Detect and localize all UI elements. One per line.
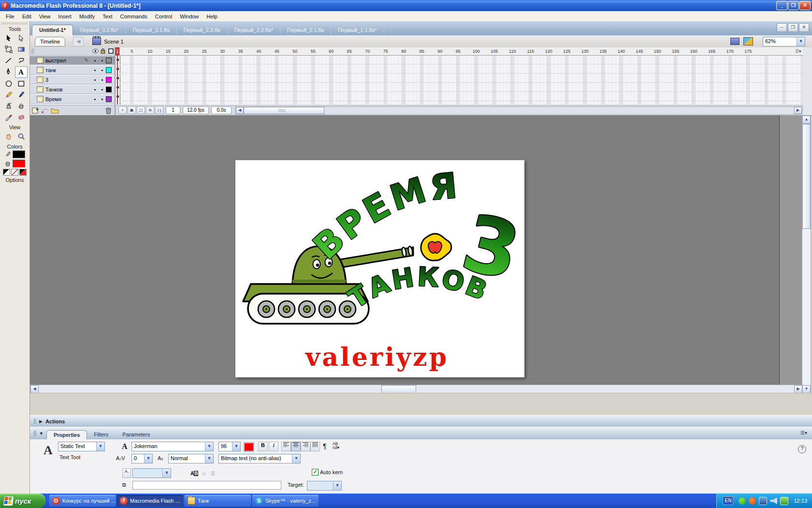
insert-layer-folder-button[interactable] [51, 107, 59, 114]
lock-all-layers-icon[interactable] [99, 48, 107, 55]
layer-outline-color-swatch[interactable] [106, 58, 112, 63]
document-tab[interactable]: Первый_3.2.fla* [73, 25, 126, 35]
timeline-toggle-button[interactable]: Timeline [35, 37, 65, 46]
text-fill-color-button[interactable] [244, 442, 254, 452]
panel-menu-icon[interactable]: ☰▾ [795, 48, 802, 54]
chevron-down-icon[interactable]: ▼ [96, 442, 104, 451]
layer-visibility-dot[interactable]: • [91, 77, 99, 82]
display-tray-icon[interactable] [759, 497, 767, 505]
stage-canvas[interactable]: ВРЕМЯ 3 ТАНКОВ valeriyzp [235, 160, 524, 377]
menu-item-view[interactable]: View [35, 13, 55, 20]
zoom-level-combo[interactable]: 62% ▼ [763, 37, 805, 46]
font-rendering-combo[interactable]: Bitmap text (no anti-alias) ▼ [218, 454, 301, 463]
timeline-frame-row[interactable] [116, 102, 803, 105]
menu-item-commands[interactable]: Commands [116, 13, 151, 20]
url-link-input[interactable] [132, 481, 281, 490]
stage-pasteboard[interactable]: ВРЕМЯ 3 ТАНКОВ valeriyzp [30, 115, 779, 385]
tab-filters[interactable]: Filters [87, 430, 116, 439]
layer-lock-dot[interactable]: • [99, 77, 106, 82]
eyedropper-tool[interactable] [3, 112, 14, 122]
paint-bucket-tool[interactable] [15, 101, 27, 111]
line-tool[interactable] [3, 55, 14, 66]
layer-lock-dot[interactable]: • [99, 68, 106, 73]
layer-row[interactable]: Время•• [30, 94, 115, 104]
timeline-grip[interactable] [31, 49, 34, 54]
chevron-down-icon[interactable]: ▼ [162, 469, 171, 478]
edit-symbols-icon[interactable] [743, 37, 753, 45]
doc-restore-button[interactable]: ❐ [788, 23, 798, 32]
subselection-tool[interactable] [15, 33, 27, 44]
show-all-layers-outlines-icon[interactable] [107, 48, 115, 55]
playhead[interactable]: 1 [116, 47, 119, 55]
justify-button[interactable] [310, 442, 320, 451]
stroke-color-swatch[interactable] [13, 150, 25, 158]
document-tab[interactable]: Untitled-1* [32, 25, 73, 35]
no-color-button[interactable] [11, 169, 18, 176]
actions-panel-bar[interactable]: ▶ Actions [30, 415, 812, 428]
taskbar-task[interactable]: Танк [185, 495, 251, 507]
back-arrow-button[interactable]: ◀ [73, 37, 84, 46]
chevron-down-icon[interactable]: ▼ [205, 454, 213, 463]
layer-row[interactable]: выстрел✎•• [30, 56, 115, 65]
layer-outline-color-swatch[interactable] [106, 87, 112, 92]
insert-layer-button[interactable] [31, 107, 40, 114]
eraser-tool[interactable] [15, 112, 27, 122]
update-tray-icon[interactable] [780, 497, 788, 505]
layer-outline-color-swatch[interactable] [106, 67, 112, 73]
layer-outline-color-swatch[interactable] [106, 96, 112, 102]
layer-lock-dot[interactable]: • [99, 87, 106, 92]
scroll-up-icon[interactable]: ▲ [802, 116, 811, 124]
edit-scene-icon[interactable] [730, 38, 740, 45]
restore-button[interactable]: ❐ [788, 1, 799, 10]
tab-properties[interactable]: Properties [46, 430, 87, 440]
center-frame-button[interactable]: ⌖ [118, 106, 127, 114]
chevron-down-icon[interactable]: ▼ [232, 442, 240, 451]
edit-multiple-frames-button[interactable]: ⧉ [146, 106, 154, 114]
horizontal-scroll-thumb[interactable] [381, 385, 416, 393]
menu-item-control[interactable]: Control [151, 13, 176, 20]
menu-item-insert[interactable]: Insert [54, 13, 75, 20]
frame-rows[interactable] [116, 56, 803, 105]
expand-arrow-icon[interactable]: ▶ [39, 419, 43, 424]
document-tab[interactable]: Первый_1.1.fla* [331, 25, 384, 35]
onion-skin-button[interactable]: ▣ [128, 106, 136, 114]
layer-visibility-dot[interactable]: • [91, 68, 99, 73]
character-position-combo[interactable]: Normal ▼ [168, 454, 214, 463]
help-icon[interactable]: ? [798, 445, 806, 453]
menu-item-help[interactable]: Help [203, 13, 221, 20]
fill-color-swatch[interactable] [13, 160, 25, 167]
letter-spacing-combo[interactable]: 0 ▼ [131, 454, 153, 463]
timeline-frame-row[interactable] [116, 56, 803, 64]
scroll-right-icon[interactable]: ▶ [794, 385, 802, 393]
onion-skin-outlines-button[interactable]: ▢ [137, 106, 145, 114]
black-white-button[interactable] [3, 169, 10, 176]
show-border-icon[interactable]: ◇ [202, 469, 206, 478]
skype-tray-icon[interactable] [739, 497, 746, 505]
taskbar-task[interactable]: OКонкурс на лучший ... [49, 495, 116, 507]
layer-visibility-dot[interactable]: • [91, 58, 99, 63]
timeline-frame-row[interactable] [116, 65, 803, 74]
ink-bottle-tool[interactable] [3, 101, 14, 111]
selectable-text-button[interactable]: A. [122, 468, 131, 478]
scroll-down-icon[interactable]: ▼ [802, 385, 811, 393]
paragraph-format-icon[interactable]: ¶ [323, 442, 327, 450]
timeline-frame-row[interactable] [116, 92, 803, 101]
menu-item-window[interactable]: Window [176, 13, 203, 20]
opera-tray-icon[interactable] [749, 497, 756, 505]
text-type-combo[interactable]: Static Text ▼ [58, 442, 105, 451]
layer-row[interactable]: Танков•• [30, 85, 115, 94]
bold-button[interactable]: B [258, 442, 268, 451]
playhead-line[interactable] [117, 55, 118, 105]
chevron-down-icon[interactable]: ▼ [205, 442, 213, 451]
collapse-arrow-icon[interactable]: ▼ [39, 431, 44, 436]
taskbar-task[interactable]: fMacromedia Flash Pro... [117, 495, 183, 507]
timeline-frame-row[interactable] [116, 83, 803, 92]
timeline-ruler[interactable]: 1 51015202530354045505560657075808590951… [116, 47, 803, 56]
language-indicator[interactable]: EN [723, 496, 733, 505]
tools-panel-grip[interactable] [2, 22, 28, 25]
minimize-button[interactable]: _ [776, 1, 787, 10]
vertical-scroll-thumb[interactable] [802, 124, 811, 229]
layer-row[interactable]: 3•• [30, 75, 115, 84]
menu-item-text[interactable]: Text [99, 13, 116, 20]
delete-layer-button[interactable] [104, 107, 113, 114]
